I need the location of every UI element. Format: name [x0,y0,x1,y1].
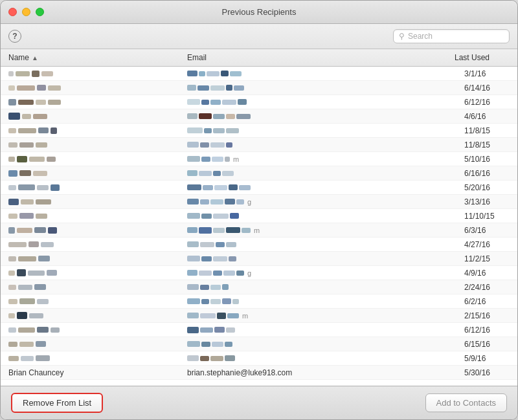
cell-name [1,98,182,107]
cell-email [182,183,459,192]
table-row[interactable]: m 2/15/16 [1,309,517,323]
cell-email [182,69,459,78]
cell-lastused: 5/20/16 [459,182,517,193]
window-controls [8,8,44,16]
cell-lastused: 11/2/15 [459,253,517,265]
table-row[interactable]: 6/14/16 [1,81,517,95]
cell-lastused: 11/8/15 [459,139,517,151]
cell-lastused: 6/2/16 [459,296,517,307]
cell-email [182,283,459,291]
table-body[interactable]: 3/1/16 6/14/16 [1,67,517,386]
table-row[interactable]: g 3/13/16 [1,195,517,209]
table-row[interactable]: 11/10/15 [1,209,517,223]
window-title: Previous Recipients [222,7,297,17]
cell-lastused: 6/12/16 [459,324,517,336]
table-row[interactable]: 6/2/16 [1,294,517,309]
remove-from-list-button[interactable]: Remove From List [11,393,103,413]
cell-name [1,69,182,78]
minimize-button[interactable] [22,8,30,16]
table-row[interactable]: m 5/10/16 [1,152,517,166]
cell-email [182,140,459,149]
column-header-lastused[interactable]: Last Used [449,52,508,63]
cell-name [1,297,182,305]
cell-lastused: 11/8/15 [459,125,517,137]
cell-lastused: 6/3/16 [459,225,517,236]
cell-name [1,311,182,320]
cell-email [182,340,459,348]
cell-email [182,254,459,263]
table-row[interactable]: 11/8/15 [1,124,517,138]
cell-name [1,326,182,334]
footer: Remove From List Add to Contacts [1,386,517,419]
search-box: ⚲ [393,29,510,43]
column-header-email[interactable]: Email [182,52,449,63]
cell-lastused: 2/15/16 [459,310,517,322]
cell-lastused: 6/15/16 [459,338,517,350]
cell-name [1,83,182,92]
table-row[interactable]: 5/20/16 [1,181,517,195]
cell-email [182,98,459,106]
titlebar: Previous Recipients [1,1,517,24]
column-header-name[interactable]: Name ▲ [1,52,182,63]
cell-lastused: 4/6/16 [459,111,517,122]
table-row[interactable]: 5/9/16 [1,351,517,366]
cell-email [182,112,459,120]
table-row[interactable]: Brian Chauncey brian.stephanie@luke918.c… [1,366,517,380]
cell-lastused: 2/24/16 [459,282,517,293]
cell-email: brian.stephanie@luke918.com [182,367,459,379]
search-icon: ⚲ [399,32,405,41]
cell-name [1,340,182,348]
table-row[interactable]: 6/15/16 [1,337,517,351]
cell-email [182,126,459,135]
cell-lastused: 4/27/16 [459,239,517,250]
cell-lastused: 5/10/16 [459,153,517,165]
close-button[interactable] [8,8,17,16]
maximize-button[interactable] [36,8,44,16]
table-row[interactable]: 2/24/16 [1,280,517,294]
cell-email [182,326,459,335]
cell-lastused: 5/30/16 [459,367,517,379]
cell-name [1,169,182,178]
cell-name [1,283,182,291]
cell-lastused: 4/9/16 [459,267,517,279]
name-text: Brian Chauncey [8,368,63,377]
cell-name [1,268,182,278]
table-row[interactable]: 6/12/16 [1,95,517,109]
search-input[interactable] [408,32,504,41]
cell-lastused: 6/14/16 [459,82,517,94]
cell-name [1,155,182,164]
cell-name [1,254,182,263]
table-row[interactable]: 6/12/16 [1,323,517,337]
cell-email [182,212,459,220]
cell-email: m [182,225,459,236]
cell-email [182,354,459,362]
cell-email: m [182,154,459,164]
cell-lastused: 6/16/16 [459,168,517,179]
table-row[interactable]: 6/16/16 [1,166,517,181]
table-row[interactable]: 3/1/16 [1,67,517,81]
help-button[interactable]: ? [8,30,21,43]
cell-email [182,240,459,249]
cell-email: m [182,311,459,321]
table-row[interactable]: g 4/9/16 [1,266,517,280]
cell-lastused: 3/13/16 [459,196,517,208]
cell-lastused: 5/9/16 [459,353,517,364]
cell-name [1,226,182,235]
cell-email [182,83,459,92]
cell-lastused: 11/10/15 [459,210,517,222]
cell-lastused: 3/1/16 [459,68,517,80]
cell-email [182,169,459,177]
cell-name [1,354,182,362]
cell-name [1,240,182,249]
table-row[interactable]: 11/2/15 [1,252,517,266]
cell-name [1,183,182,192]
cell-name: Brian Chauncey [1,367,182,379]
table-row[interactable]: 4/6/16 [1,109,517,124]
table-row[interactable]: m 6/3/16 [1,223,517,238]
table-row[interactable]: 4/27/16 [1,238,517,252]
cell-name [1,111,182,121]
add-to-contacts-button[interactable]: Add to Contacts [425,393,508,412]
scrollbar-spacer [508,52,517,63]
table-row[interactable]: 11/8/15 [1,138,517,152]
cell-email: g [182,197,459,207]
